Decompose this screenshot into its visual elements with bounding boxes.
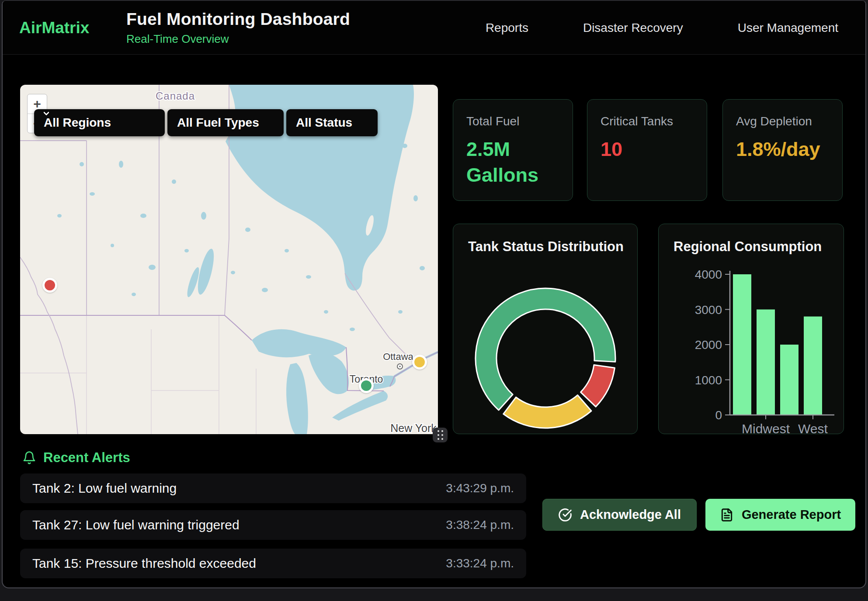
svg-text:Midwest: Midwest bbox=[742, 421, 790, 434]
main-nav: Reports Disaster Recovery User Managemen… bbox=[486, 1, 838, 55]
nav-user-management[interactable]: User Management bbox=[738, 21, 838, 35]
alert-row: Tank 27: Low fuel warning triggered 3:38… bbox=[20, 510, 526, 540]
state-borders bbox=[20, 315, 256, 434]
nav-reports[interactable]: Reports bbox=[486, 21, 528, 35]
fuel-type-filter-value: All Fuel Types bbox=[177, 116, 259, 130]
alert-timestamp: 3:43:29 p.m. bbox=[446, 481, 514, 495]
file-text-icon bbox=[720, 508, 734, 522]
check-circle-icon bbox=[558, 508, 572, 522]
stat-card-avg-depletion: Avg Depletion 1.8%/day bbox=[722, 99, 843, 201]
region-filter-dropdown[interactable]: All Regions bbox=[34, 109, 165, 136]
svg-text:West: West bbox=[798, 421, 828, 434]
bar-chart-title: Regional Consumption bbox=[674, 239, 822, 255]
stat-label: Total Fuel bbox=[466, 114, 559, 128]
regional-consumption-bar-chart: 01000200030004000MidwestWest bbox=[659, 224, 844, 434]
stat-label: Critical Tanks bbox=[601, 114, 694, 128]
lake-michigan bbox=[286, 363, 308, 434]
generate-report-button[interactable]: Generate Report bbox=[705, 499, 855, 531]
app-window: AirMatrix Fuel Monitoring Dashboard Real… bbox=[2, 0, 866, 588]
alert-row: Tank 15: Pressure threshold exceeded 3:3… bbox=[20, 549, 526, 578]
map-label-ottawa: Ottawa bbox=[383, 351, 413, 362]
acknowledge-all-button[interactable]: Acknowledge All bbox=[542, 499, 697, 531]
header: AirMatrix Fuel Monitoring Dashboard Real… bbox=[3, 1, 865, 55]
page-title: Fuel Monitoring Dashboard bbox=[126, 10, 350, 29]
donut-chart-title: Tank Status Distribution bbox=[468, 239, 624, 255]
fuel-map[interactable]: Canada Ottawa Toronto New York + − All R… bbox=[20, 85, 438, 434]
lake-superior bbox=[252, 329, 346, 358]
stat-card-total-fuel: Total Fuel 2.5M Gallons bbox=[453, 99, 573, 201]
fuel-type-filter-dropdown[interactable]: All Fuel Types bbox=[167, 109, 284, 136]
brand-logo: AirMatrix bbox=[19, 1, 89, 55]
map-filter-row: All Regions All Fuel Types All Status bbox=[34, 109, 378, 136]
stat-value-critical-tanks: 10 bbox=[601, 136, 675, 162]
svg-text:3000: 3000 bbox=[695, 303, 722, 317]
map-canvas: Canada Ottawa Toronto New York bbox=[20, 85, 438, 434]
tank-status-donut-chart bbox=[453, 224, 638, 434]
status-filter-value: All Status bbox=[296, 116, 352, 130]
svg-text:2000: 2000 bbox=[695, 338, 722, 352]
stat-value-avg-depletion: 1.8%/day bbox=[736, 136, 810, 162]
stat-value-total-fuel: 2.5M Gallons bbox=[466, 136, 541, 188]
tank-marker-warning[interactable] bbox=[412, 355, 427, 370]
svg-text:1000: 1000 bbox=[695, 373, 722, 387]
map-label-canada: Canada bbox=[156, 90, 195, 102]
svg-text:4000: 4000 bbox=[695, 268, 722, 281]
acknowledge-all-label: Acknowledge All bbox=[580, 508, 681, 522]
bell-icon bbox=[22, 450, 36, 465]
stat-card-critical-tanks: Critical Tanks 10 bbox=[587, 99, 707, 201]
page-subtitle: Real-Time Overview bbox=[126, 32, 350, 46]
region-filter-value: All Regions bbox=[44, 116, 111, 130]
alert-message: Tank 15: Pressure threshold exceeded bbox=[32, 556, 256, 571]
regional-consumption-card: Regional Consumption 01000200030004000Mi… bbox=[658, 224, 844, 434]
alert-timestamp: 3:33:24 p.m. bbox=[446, 556, 514, 570]
alert-message: Tank 2: Low fuel warning bbox=[32, 481, 177, 496]
tank-marker-normal[interactable] bbox=[359, 378, 374, 393]
alert-message: Tank 27: Low fuel warning triggered bbox=[32, 518, 240, 532]
alerts-heading-label: Recent Alerts bbox=[43, 450, 130, 466]
resize-drag-handle[interactable] bbox=[433, 428, 448, 442]
generate-report-label: Generate Report bbox=[742, 508, 841, 522]
title-block: Fuel Monitoring Dashboard Real-Time Over… bbox=[126, 1, 350, 55]
alert-timestamp: 3:38:24 p.m. bbox=[446, 518, 514, 532]
nav-disaster-recovery[interactable]: Disaster Recovery bbox=[583, 21, 683, 35]
lake-erie bbox=[332, 391, 388, 421]
stat-label: Avg Depletion bbox=[736, 114, 829, 128]
svg-text:0: 0 bbox=[715, 408, 722, 422]
map-label-newyork: New York bbox=[390, 422, 437, 434]
chevron-down-icon bbox=[42, 109, 51, 118]
status-filter-dropdown[interactable]: All Status bbox=[286, 109, 378, 136]
lake-huron bbox=[309, 353, 349, 394]
tank-marker-critical[interactable] bbox=[42, 278, 57, 293]
alert-row: Tank 2: Low fuel warning 3:43:29 p.m. bbox=[20, 473, 526, 503]
alerts-heading: Recent Alerts bbox=[22, 450, 130, 466]
ottawa-town-icon bbox=[397, 364, 403, 369]
tank-status-card: Tank Status Distribution bbox=[453, 224, 638, 434]
